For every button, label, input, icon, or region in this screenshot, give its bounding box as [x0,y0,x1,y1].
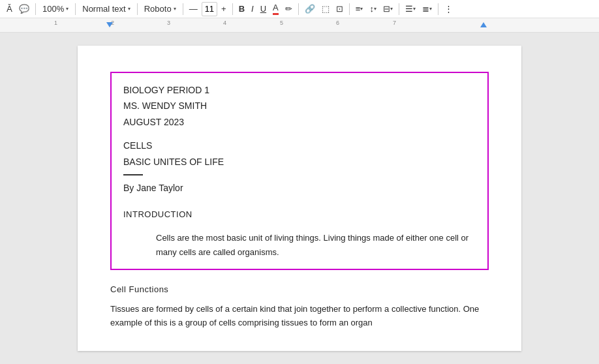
by-line-text: By Jane Taylor [123,183,183,193]
ruler-num-7: 7 [393,20,396,26]
line-spacing-button[interactable]: ↕ ▾ [367,2,379,16]
ruler-num-5: 5 [280,20,283,26]
italic-icon: I [251,4,254,14]
divider-4 [183,3,183,15]
zoom-select[interactable]: 100% ▾ [39,2,72,16]
bullet-list-button[interactable]: ☰ ▾ [403,2,418,16]
font-chevron: ▾ [174,6,176,12]
biology-text: BIOLOGY PERIOD 1 [123,85,209,95]
date-line: AUGUST 2023 [123,115,476,129]
link-icon: 🔗 [305,4,315,14]
document-area: BIOLOGY PERIOD 1 MS. WENDY SMITH AUGUST … [0,33,599,364]
ordered-list-icon: ≣ [422,4,429,14]
by-line: By Jane Taylor [123,181,476,195]
cell-functions-text: Cell Functions [110,284,168,294]
ruler-num-1: 1 [54,20,57,26]
font-size-value: 11 [205,4,214,14]
font-size-box: 11 [202,2,217,16]
font-select[interactable]: Roboto ▾ [141,2,179,16]
bold-button[interactable]: B [236,2,247,16]
highlight-button[interactable]: ✏ [283,2,295,16]
divider-6 [298,3,299,15]
underline-icon: U [260,4,266,14]
selected-block[interactable]: BIOLOGY PERIOD 1 MS. WENDY SMITH AUGUST … [110,72,489,270]
intro-text: Cells are the most basic unit of living … [123,231,476,259]
cells-text: CELLS [123,140,152,151]
zoom-chevron: ▾ [66,6,69,12]
more-options-button[interactable]: ⋮ [442,2,455,16]
divider-7 [349,3,350,15]
plus-icon: + [221,4,226,14]
columns-button[interactable]: ⊟ ▾ [380,2,395,16]
basic-unites-line: BASIC UNITES OF LIFE [123,155,476,169]
align-button[interactable]: ≡ ▾ [353,2,366,16]
text-color-icon: A [273,3,279,15]
font-size-decrease-button[interactable]: — [187,2,200,16]
divider-8 [399,3,399,15]
text-color-button[interactable]: A [270,2,281,16]
divider-2 [75,3,76,15]
ordered-list-button[interactable]: ≣ ▾ [420,2,435,16]
cells-line: CELLS [123,138,476,153]
comment-button[interactable]: 💬 [16,2,32,16]
outside-block: Cell Functions Tissues are formed by cel… [110,283,489,330]
indent-marker-top[interactable] [106,22,113,27]
indent-marker-bottom[interactable] [480,22,487,27]
bold-icon: B [239,4,245,14]
teacher-text: MS. WENDY SMITH [123,100,207,111]
divider-9 [438,3,438,15]
style-chevron: ▾ [128,6,131,12]
doc-divider [123,174,143,175]
highlight-icon: ✏ [285,4,292,14]
toolbar: Ǎ 💬 100% ▾ Normal text ▾ Roboto ▾ — 11 … [0,0,599,18]
date-text: AUGUST 2023 [123,117,184,127]
ruler-num-4: 4 [223,20,226,26]
ruler-num-6: 6 [336,20,339,26]
insert-image-icon: ⊡ [336,4,343,14]
intro-title-text: INTRODUCTION [123,209,192,219]
body-text: Tissues are formed by cells of a certain… [110,304,479,327]
columns-icon: ⊟ [383,4,390,14]
spacing-chevron: ▾ [374,6,376,12]
minus-icon: — [189,4,198,14]
insert-comment-button[interactable]: ⬚ [319,2,332,16]
teacher-line: MS. WENDY SMITH [123,99,476,113]
comment-icon: 💬 [19,4,29,14]
bullet-chevron: ▾ [413,6,416,12]
spellcheck-icon: Ǎ [7,4,12,14]
spellcheck-button[interactable]: Ǎ [4,2,15,16]
bullet-list-icon: ☰ [405,4,413,14]
insert-image-button[interactable]: ⊡ [333,2,346,16]
body-paragraph: Tissues are formed by cells of a certain… [110,302,489,330]
divider-3 [137,3,138,15]
font-size-increase-button[interactable]: + [219,2,229,16]
underline-button[interactable]: U [258,2,269,16]
intro-title: INTRODUCTION [123,208,476,222]
basic-unites-text: BASIC UNITES OF LIFE [123,157,224,167]
divider-5 [232,3,233,15]
cell-functions-title: Cell Functions [110,283,489,297]
font-value: Roboto [144,4,172,14]
italic-button[interactable]: I [249,2,256,16]
insert-comment-icon: ⬚ [322,4,330,14]
more-options-icon: ⋮ [444,4,453,14]
style-select[interactable]: Normal text ▾ [79,2,133,16]
zoom-value: 100% [42,4,64,14]
align-chevron: ▾ [360,6,363,12]
divider-1 [35,3,36,15]
link-button[interactable]: 🔗 [302,2,318,16]
align-icon: ≡ [356,4,361,14]
ordered-chevron: ▾ [429,6,432,12]
page: BIOLOGY PERIOD 1 MS. WENDY SMITH AUGUST … [78,46,521,351]
ruler: 1 2 3 4 5 6 7 [0,18,599,33]
intro-body-text: Cells are the most basic unit of living … [156,233,468,256]
columns-chevron: ▾ [390,6,393,12]
biology-line: BIOLOGY PERIOD 1 [123,83,476,97]
ruler-num-3: 3 [167,20,170,26]
style-value: Normal text [82,4,125,14]
